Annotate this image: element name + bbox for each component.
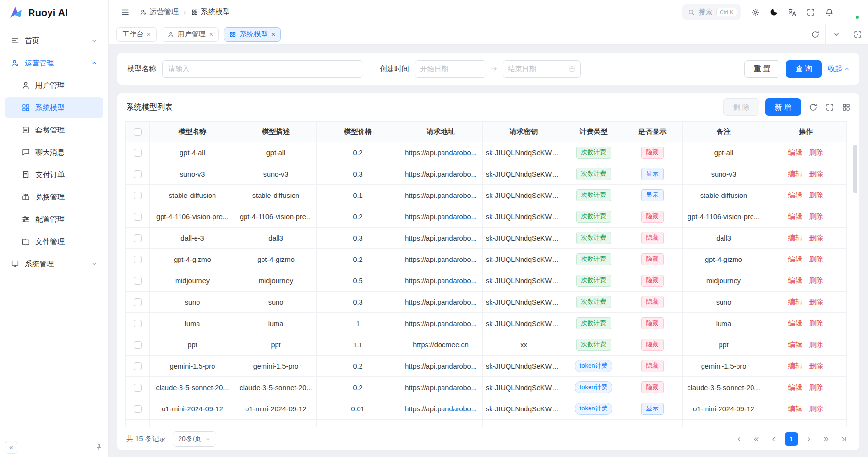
row-checkbox[interactable]: [134, 192, 142, 199]
breadcrumb-item-system-model[interactable]: 系统模型: [191, 7, 230, 16]
content-fullscreen-icon[interactable]: [847, 24, 868, 44]
search-button[interactable]: 查 询: [786, 60, 822, 78]
chevron-down-icon: [91, 37, 98, 44]
prev-page-button[interactable]: [767, 432, 781, 446]
start-date-field[interactable]: [415, 60, 486, 78]
edit-link[interactable]: 编辑: [788, 298, 802, 306]
end-date-input[interactable]: [508, 65, 569, 73]
hamburger-menu-icon[interactable]: [117, 4, 133, 20]
brand-logo[interactable]: Ruoyi AI: [0, 0, 108, 25]
delete-link[interactable]: 删除: [809, 212, 823, 220]
edit-link[interactable]: 编辑: [788, 319, 802, 327]
delete-link[interactable]: 删除: [809, 255, 823, 263]
sidebar-item-file-management[interactable]: 文件管理: [5, 231, 103, 252]
sidebar-item-redeem-management[interactable]: 兑换管理: [5, 186, 103, 208]
row-checkbox[interactable]: [134, 405, 142, 413]
delete-link[interactable]: 删除: [809, 234, 823, 242]
user-avatar[interactable]: [843, 4, 859, 20]
row-checkbox[interactable]: [134, 320, 142, 327]
row-checkbox[interactable]: [134, 149, 142, 157]
dark-mode-moon-icon[interactable]: [766, 4, 782, 20]
row-checkbox[interactable]: [134, 277, 142, 285]
table-refresh-icon[interactable]: [809, 103, 818, 112]
row-checkbox[interactable]: [134, 298, 142, 306]
delete-link[interactable]: 删除: [809, 170, 823, 178]
model-name-input[interactable]: [162, 60, 363, 78]
delete-link[interactable]: 删除: [809, 383, 823, 391]
first-page-button[interactable]: [732, 432, 746, 446]
edit-link[interactable]: 编辑: [788, 191, 802, 199]
end-date-field[interactable]: [503, 60, 581, 78]
edit-link[interactable]: 编辑: [788, 148, 802, 156]
sidebar-item-chat-messages[interactable]: 聊天消息: [5, 142, 103, 163]
pin-icon[interactable]: [95, 443, 103, 452]
billing-badge: token计费: [575, 381, 613, 393]
row-checkbox[interactable]: [134, 170, 142, 178]
delete-link[interactable]: 删除: [809, 319, 823, 327]
breadcrumb-item-operations[interactable]: 运营管理: [140, 7, 179, 16]
select-all-checkbox[interactable]: [134, 128, 142, 136]
start-date-input[interactable]: [420, 65, 481, 73]
row-checkbox[interactable]: [134, 341, 142, 349]
edit-link[interactable]: 编辑: [788, 234, 802, 242]
fullscreen-icon[interactable]: [803, 4, 819, 20]
add-button[interactable]: 新 增: [765, 98, 801, 116]
sidebar-item-user-management[interactable]: 用户管理: [5, 75, 103, 96]
table-fullscreen-icon[interactable]: [825, 103, 834, 112]
jump-back-button[interactable]: [750, 432, 763, 446]
sidebar-item-system-model[interactable]: 系统模型: [5, 97, 103, 118]
edit-link[interactable]: 编辑: [788, 277, 802, 284]
delete-link[interactable]: 删除: [809, 362, 823, 370]
reset-button[interactable]: 重 置: [744, 60, 780, 78]
row-checkbox[interactable]: [134, 234, 142, 242]
current-page-button[interactable]: 1: [785, 432, 798, 446]
sidebar-item-system-management[interactable]: 系统管理: [5, 253, 103, 275]
sidebar-item-package-management[interactable]: 套餐管理: [5, 119, 103, 141]
column-settings-icon[interactable]: [842, 103, 851, 112]
row-checkbox[interactable]: [134, 213, 142, 221]
delete-link[interactable]: 删除: [809, 405, 823, 412]
page-size-select[interactable]: 20条/页: [173, 431, 216, 447]
jump-forward-button[interactable]: [819, 432, 833, 446]
translate-icon[interactable]: [785, 4, 800, 20]
edit-link[interactable]: 编辑: [788, 341, 802, 348]
sidebar-item-config-management[interactable]: 配置管理: [5, 209, 103, 230]
operations-icon: [140, 9, 147, 16]
delete-link[interactable]: 删除: [809, 191, 823, 199]
sidebar-item-payment-orders[interactable]: 支付订单: [5, 164, 103, 185]
edit-link[interactable]: 编辑: [788, 405, 802, 412]
tab-user-management[interactable]: 用户管理 ×: [162, 27, 219, 42]
edit-link[interactable]: 编辑: [788, 170, 802, 178]
edit-link[interactable]: 编辑: [788, 383, 802, 391]
sidebar-item-operations[interactable]: 运营管理: [5, 52, 103, 74]
close-icon[interactable]: ×: [271, 31, 275, 38]
sidebar-item-label: 支付订单: [35, 170, 65, 180]
sidebar-item-home[interactable]: 首页: [5, 30, 103, 51]
close-icon[interactable]: ×: [209, 31, 213, 38]
refresh-icon[interactable]: [804, 24, 825, 44]
batch-delete-button[interactable]: 删 除: [723, 98, 759, 116]
row-checkbox[interactable]: [134, 362, 142, 370]
edit-link[interactable]: 编辑: [788, 212, 802, 220]
edit-link[interactable]: 编辑: [788, 362, 802, 370]
chevron-down-icon[interactable]: [825, 24, 847, 44]
tab-system-model[interactable]: 系统模型 ×: [224, 27, 281, 42]
delete-link[interactable]: 删除: [809, 148, 823, 156]
billing-badge: 次数计费: [576, 253, 611, 265]
vertical-scrollbar-thumb[interactable]: [853, 145, 857, 193]
settings-gear-icon[interactable]: [748, 4, 763, 20]
notification-bell-icon[interactable]: [821, 4, 837, 20]
edit-link[interactable]: 编辑: [788, 255, 802, 263]
last-page-button[interactable]: [837, 432, 851, 446]
row-checkbox[interactable]: [134, 256, 142, 263]
row-checkbox[interactable]: [134, 384, 142, 392]
sidebar-collapse-button[interactable]: «: [5, 441, 17, 454]
collapse-filter-link[interactable]: 收起: [828, 65, 850, 74]
next-page-button[interactable]: [802, 432, 816, 446]
tab-workbench[interactable]: 工作台 ×: [116, 27, 157, 42]
delete-link[interactable]: 删除: [809, 277, 823, 284]
delete-link[interactable]: 删除: [809, 341, 823, 348]
close-icon[interactable]: ×: [147, 31, 151, 38]
global-search[interactable]: 搜索 Ctrl K: [682, 4, 741, 20]
delete-link[interactable]: 删除: [809, 298, 823, 306]
